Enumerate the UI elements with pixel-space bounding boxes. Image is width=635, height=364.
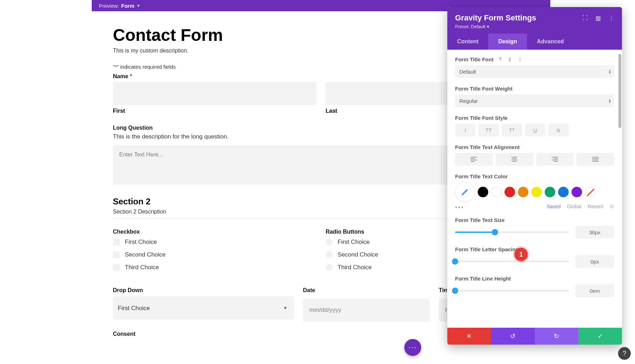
help-button[interactable]: ? — [618, 347, 631, 360]
tab-design[interactable]: Design — [488, 33, 527, 50]
preset-selector[interactable]: Preset: Default ▾ — [455, 24, 614, 29]
font-select[interactable]: Default — [455, 65, 614, 78]
strikethrough-button[interactable]: S — [548, 124, 569, 136]
weight-label: Form Title Font Weight — [455, 86, 614, 92]
date-label: Date — [303, 287, 430, 294]
saved-tab[interactable]: Saved — [546, 204, 561, 209]
global-tab[interactable]: Global — [567, 204, 581, 209]
dropdown-input[interactable]: First Choice — [113, 296, 294, 320]
align-left-button[interactable] — [455, 153, 493, 166]
color-swatch[interactable] — [491, 187, 502, 197]
checkbox-icon[interactable] — [113, 239, 120, 246]
font-label: Form Title Font — [455, 56, 494, 62]
color-swatch[interactable] — [518, 187, 528, 197]
checkbox-icon[interactable] — [113, 264, 120, 271]
checkbox-icon[interactable] — [113, 251, 120, 258]
close-button[interactable]: ✕ — [447, 328, 491, 345]
color-none[interactable] — [585, 187, 595, 197]
first-name-input[interactable] — [113, 82, 316, 105]
spacing-slider[interactable] — [455, 261, 569, 262]
recent-tab[interactable]: Recent — [588, 204, 603, 209]
kebab-icon[interactable]: ⋮ — [609, 15, 614, 21]
italic-button[interactable]: I — [455, 124, 476, 136]
checkbox-option[interactable]: Third Choice — [113, 264, 316, 271]
align-justify-button[interactable] — [576, 153, 614, 166]
kebab-icon[interactable]: ⋮ — [517, 56, 523, 62]
save-button[interactable]: ✓ — [578, 328, 622, 345]
chevron-down-icon[interactable]: ▼ — [137, 4, 140, 8]
redo-button[interactable]: ↻ — [535, 328, 579, 345]
color-swatch[interactable] — [545, 187, 555, 197]
eyedropper-button[interactable] — [455, 182, 475, 202]
size-input[interactable] — [575, 226, 614, 239]
underline-button[interactable]: U — [525, 124, 545, 136]
scrollbar[interactable] — [618, 54, 621, 128]
style-label: Form Title Font Style — [455, 115, 614, 121]
color-label: Form Title Text Color — [455, 173, 614, 179]
color-swatch[interactable] — [478, 187, 488, 197]
align-center-button[interactable] — [496, 153, 533, 166]
radio-icon[interactable] — [326, 251, 333, 258]
tab-advanced[interactable]: Advanced — [527, 33, 574, 50]
color-swatch[interactable] — [558, 187, 569, 197]
color-swatch[interactable] — [504, 187, 515, 197]
color-swatch[interactable] — [531, 187, 542, 197]
expand-icon[interactable]: ⛶ — [582, 15, 588, 21]
weight-select[interactable]: Regular — [455, 94, 614, 107]
checkbox-option[interactable]: First Choice — [113, 239, 316, 246]
lineheight-input[interactable] — [575, 284, 614, 297]
align-right-button[interactable] — [536, 153, 574, 166]
radio-icon[interactable] — [326, 239, 333, 246]
panel-title: Gravity Form Settings — [455, 13, 536, 23]
spacing-label: Form Title Letter Spacing — [455, 246, 614, 252]
gear-icon[interactable]: ⚙ — [610, 204, 614, 209]
help-icon[interactable]: ? — [497, 56, 503, 62]
lineheight-label: Form Title Line Height — [455, 276, 614, 282]
columns-icon[interactable]: ▥ — [595, 15, 601, 21]
checkbox-label: Checkbox — [113, 229, 316, 235]
first-sublabel: First — [113, 108, 316, 114]
checkbox-option[interactable]: Second Choice — [113, 251, 316, 258]
notification-badge[interactable]: 1 — [514, 248, 528, 261]
align-label: Form Title Text Alignment — [455, 144, 614, 150]
color-swatch[interactable] — [572, 187, 582, 197]
more-actions-button[interactable]: ··· — [404, 339, 421, 356]
spacing-input[interactable] — [575, 255, 614, 268]
date-input[interactable] — [303, 298, 430, 322]
uppercase-button[interactable]: TT — [478, 124, 499, 136]
dropdown-label: Drop Down — [113, 287, 294, 294]
undo-button[interactable]: ↺ — [491, 328, 535, 345]
mobile-icon[interactable]: ▯ — [507, 56, 513, 62]
smallcaps-button[interactable]: TT — [502, 124, 522, 136]
radio-icon[interactable] — [326, 264, 333, 271]
size-label: Form Title Text Size — [455, 217, 614, 223]
settings-panel: Gravity Form Settings ⛶ ▥ ⋮ Preset: Defa… — [447, 7, 622, 345]
panel-tabs: Content Design Advanced — [447, 33, 622, 50]
lineheight-slider[interactable] — [455, 290, 569, 291]
preview-value[interactable]: Form — [121, 3, 135, 9]
size-slider[interactable] — [455, 232, 569, 233]
preview-label: Preview: — [99, 3, 119, 9]
tab-content[interactable]: Content — [447, 33, 488, 50]
